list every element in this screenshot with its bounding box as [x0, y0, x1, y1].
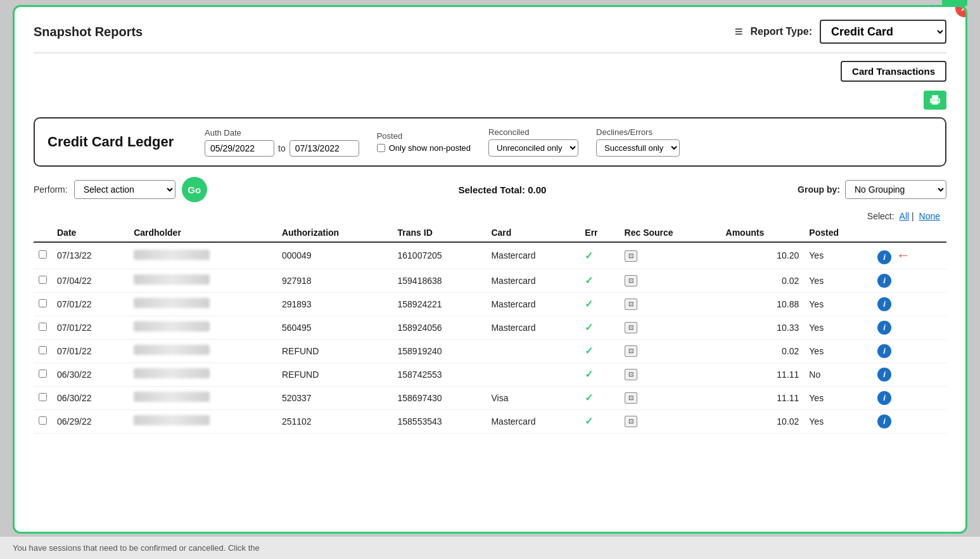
row-err: ✓ — [580, 386, 619, 409]
source-icon[interactable]: ⊡ — [625, 275, 637, 286]
row-rec-source: ⊡ — [620, 316, 721, 339]
row-checkbox-cell — [34, 316, 52, 339]
header-row: Snapshot Reports ≡ Report Type: Credit C… — [34, 20, 946, 44]
row-rec-source: ⊡ — [620, 409, 721, 433]
source-icon[interactable]: ⊡ — [625, 299, 637, 310]
printer-icon[interactable] — [924, 91, 946, 110]
row-posted: Yes — [804, 242, 872, 269]
row-card: Mastercard — [486, 316, 580, 339]
transactions-table-container: Select: All | None Date Cardholder Autho… — [34, 211, 946, 434]
selected-total: Selected Total: 0.00 — [458, 184, 546, 195]
row-checkbox-cell — [34, 292, 52, 316]
group-by-select[interactable]: No Grouping By Date By Card By Cardholde… — [845, 180, 946, 199]
select-all-link[interactable]: All — [900, 211, 910, 221]
row-err: ✓ — [580, 363, 619, 386]
row-posted: Yes — [804, 409, 872, 433]
row-trans-id: 158924056 — [393, 316, 487, 339]
row-info-cell: i — [872, 409, 946, 433]
row-card: Visa — [486, 386, 580, 409]
filter-box-title: Credit Card Ledger — [48, 134, 187, 150]
row-checkbox[interactable] — [39, 276, 47, 284]
table-row: 07/01/22REFUND158919240✓⊡0.02Yesi — [34, 339, 946, 363]
row-cardholder — [129, 409, 277, 433]
row-posted: Yes — [804, 386, 872, 409]
non-posted-checkbox[interactable] — [377, 144, 385, 152]
source-icon[interactable]: ⊡ — [625, 369, 637, 380]
info-button[interactable]: i — [877, 274, 891, 288]
declines-select[interactable]: Successfull only All Errors only — [596, 139, 680, 157]
row-checkbox-cell — [34, 363, 52, 386]
info-button[interactable]: i — [877, 297, 891, 311]
row-checkbox[interactable] — [39, 346, 47, 354]
perform-label: Perform: — [34, 184, 68, 195]
report-type-select[interactable]: Credit Card Debit Card All Cards — [820, 20, 946, 44]
row-trans-id: 158697430 — [393, 386, 487, 409]
info-button[interactable]: i — [877, 391, 891, 405]
date-range-row: to — [205, 140, 359, 157]
row-checkbox[interactable] — [39, 250, 47, 259]
source-icon[interactable]: ⊡ — [625, 392, 637, 404]
transactions-table: Date Cardholder Authorization Trans ID C… — [34, 224, 946, 434]
source-icon[interactable]: ⊡ — [625, 416, 637, 427]
row-checkbox[interactable] — [39, 323, 47, 331]
row-checkbox[interactable] — [39, 416, 47, 425]
row-date: 07/01/22 — [52, 292, 129, 316]
row-info-cell: i — [872, 339, 946, 363]
row-info-cell: i← — [872, 242, 946, 269]
info-button[interactable]: i — [877, 250, 891, 264]
row-rec-source: ⊡ — [620, 242, 721, 269]
row-checkbox[interactable] — [39, 393, 47, 401]
date-to-input[interactable] — [290, 140, 359, 157]
table-row: 07/01/22291893158924221Mastercard✓⊡10.88… — [34, 292, 946, 316]
close-button[interactable]: × — [954, 5, 967, 18]
row-authorization: 000049 — [277, 242, 393, 269]
info-button[interactable]: i — [877, 368, 891, 382]
row-rec-source: ⊡ — [620, 386, 721, 409]
row-trans-id: 159418638 — [393, 269, 487, 292]
card-transactions-button[interactable]: Card Transactions — [841, 61, 946, 82]
row-amounts: 0.02 — [721, 339, 805, 363]
row-date: 07/13/22 — [52, 242, 129, 269]
svg-rect-1 — [932, 95, 938, 99]
row-posted: No — [804, 363, 872, 386]
printer-area — [34, 91, 946, 110]
info-button[interactable]: i — [877, 414, 891, 428]
declines-group: Declines/Errors Successfull only All Err… — [596, 127, 680, 157]
info-button[interactable]: i — [877, 321, 891, 335]
row-card: Mastercard — [486, 242, 580, 269]
modal-container: × Snapshot Reports ≡ Report Type: Credit… — [13, 5, 967, 534]
col-posted: Posted — [804, 224, 872, 242]
row-date: 06/29/22 — [52, 409, 129, 433]
row-arrow-indicator: ← — [896, 247, 910, 263]
auth-date-label: Auth Date — [205, 128, 359, 138]
col-card: Card — [486, 224, 580, 242]
table-row: 07/04/22927918159418638Mastercard✓⊡0.02Y… — [34, 269, 946, 292]
row-rec-source: ⊡ — [620, 339, 721, 363]
info-button[interactable]: i — [877, 344, 891, 358]
app-title: Snapshot Reports — [34, 25, 143, 39]
source-icon[interactable]: ⊡ — [625, 250, 637, 262]
row-checkbox[interactable] — [39, 369, 47, 378]
row-cardholder — [129, 242, 277, 269]
group-by-area: Group by: No Grouping By Date By Card By… — [798, 180, 946, 199]
row-card: Mastercard — [486, 292, 580, 316]
reconciled-select[interactable]: Unreconciled only Reconciled only All — [488, 139, 578, 157]
row-authorization: 251102 — [277, 409, 393, 433]
source-icon[interactable]: ⊡ — [625, 345, 637, 357]
row-rec-source: ⊡ — [620, 292, 721, 316]
action-select[interactable]: Select action Reconcile Unreconcile Expo… — [74, 180, 175, 199]
menu-icon[interactable]: ≡ — [735, 23, 743, 40]
header-right: ≡ Report Type: Credit Card Debit Card Al… — [735, 20, 946, 44]
row-cardholder — [129, 292, 277, 316]
sub-header: Card Transactions — [34, 61, 946, 82]
row-checkbox-cell — [34, 242, 52, 269]
row-amounts: 0.02 — [721, 269, 805, 292]
date-from-input[interactable] — [205, 140, 274, 157]
row-checkbox[interactable] — [39, 299, 47, 307]
row-authorization: 520337 — [277, 386, 393, 409]
select-none-link[interactable]: None — [919, 211, 940, 221]
go-button[interactable]: Go — [182, 177, 207, 202]
table-row: 06/29/22251102158553543Mastercard✓⊡10.02… — [34, 409, 946, 433]
posted-group: Posted Only show non-posted — [377, 131, 471, 153]
source-icon[interactable]: ⊡ — [625, 322, 637, 333]
